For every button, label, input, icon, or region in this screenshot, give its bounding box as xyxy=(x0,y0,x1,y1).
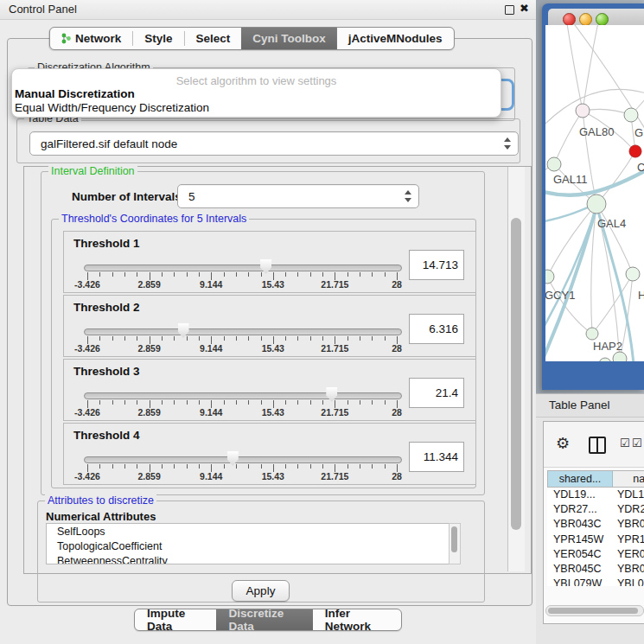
table-data-group: Table Data galFiltered.sif default node xyxy=(16,118,520,163)
algorithm-option[interactable]: Equal Width/Frequency Discretization xyxy=(15,101,209,114)
horizontal-scrollbar[interactable] xyxy=(545,605,644,616)
network-edge[interactable] xyxy=(596,204,633,274)
tab-jactivemnodules[interactable]: jActiveMNodules xyxy=(337,28,454,49)
slider-track[interactable] xyxy=(84,265,402,271)
node-label: H xyxy=(638,289,644,302)
network-graph xyxy=(545,25,644,361)
mac-minimize-button[interactable] xyxy=(579,13,592,26)
algorithm-popup-hint: Select algorithm to view settings xyxy=(12,74,501,87)
network-view-window: GAL80GGAL11CGAL4GCY1HHAP2 xyxy=(542,3,644,390)
network-edge[interactable] xyxy=(566,25,583,111)
network-node[interactable] xyxy=(626,267,640,281)
column-header[interactable]: shared... xyxy=(548,471,613,487)
column-header[interactable]: name xyxy=(613,471,644,487)
apply-button[interactable]: Apply xyxy=(232,580,290,602)
attribute-item[interactable]: SelfLoops xyxy=(47,524,460,539)
close-icon[interactable]: ✖ xyxy=(520,2,529,15)
table-row[interactable]: YDL19...YDL19... xyxy=(547,488,644,502)
attributes-list-scrollbar[interactable] xyxy=(449,523,461,564)
float-window-icon[interactable] xyxy=(504,3,515,15)
table-row[interactable]: YBL079WYBL079W xyxy=(547,577,644,586)
vertical-scrollbar-thumb[interactable] xyxy=(511,218,521,530)
table-cell: YPR145W xyxy=(611,532,644,547)
threshold-value-field[interactable]: 11.344 xyxy=(409,442,464,472)
table-data-combobox[interactable]: galFiltered.sif default node xyxy=(29,131,519,156)
tab-select[interactable]: Select xyxy=(184,28,241,49)
table-row[interactable]: YDR27...YDR27... xyxy=(547,502,644,517)
tab-label: jActiveMNodules xyxy=(348,32,443,45)
tab-network[interactable]: Network xyxy=(50,28,132,49)
threshold-panel: Threshold 4-3.4262.8599.14415.4321.71528… xyxy=(63,423,476,485)
threshold-value-field[interactable]: 21.4 xyxy=(409,378,464,408)
control-panel-title: Control Panel xyxy=(9,3,77,16)
network-node[interactable] xyxy=(587,194,606,214)
attribute-item[interactable]: TopologicalCoefficient xyxy=(47,539,460,553)
table-row[interactable]: YBR045CYBR045C xyxy=(547,562,644,577)
bottom-tab-discretize-data[interactable]: Discretize Data xyxy=(216,609,312,630)
threshold-value-field[interactable]: 6.316 xyxy=(409,314,464,344)
slider-tick-labels: -3.4262.8599.14415.4321.71528 xyxy=(87,407,397,418)
network-edge[interactable] xyxy=(547,277,592,334)
mac-close-button[interactable] xyxy=(563,13,576,26)
network-node[interactable] xyxy=(629,145,641,157)
slider-tick-labels: -3.4262.8599.14415.4321.71528 xyxy=(87,279,397,290)
node-label: G xyxy=(634,126,643,139)
tab-label: Cyni Toolbox xyxy=(252,32,326,45)
slider-track[interactable] xyxy=(84,392,402,399)
cyni-bottom-tabbar: Impute DataDiscretize DataInfer Network xyxy=(134,609,402,631)
network-node[interactable] xyxy=(624,108,638,122)
bottom-tab-infer-network[interactable]: Infer Network xyxy=(313,609,401,630)
table-toolbar: ⚙ ☑ ☑ xyxy=(544,422,644,468)
cyni-toolbox-content: Discretization Algorithm Select algorith… xyxy=(7,38,532,606)
node-label: C xyxy=(637,161,644,174)
network-canvas[interactable]: GAL80GGAL11CGAL4GCY1HHAP2 xyxy=(545,25,644,361)
attribute-item[interactable]: BetweennessCentrality xyxy=(47,553,460,564)
threshold-value-field[interactable]: 14.713 xyxy=(409,250,464,280)
attributes-group-title: Attributes to discretize xyxy=(45,494,156,507)
numerical-attributes-list[interactable]: SelfLoopsTopologicalCoefficientBetweenne… xyxy=(46,523,461,564)
vertical-scrollbar[interactable] xyxy=(507,167,525,571)
checkbox-icon[interactable]: ☑ xyxy=(632,437,642,450)
mac-zoom-button[interactable] xyxy=(596,13,609,26)
slider-track[interactable] xyxy=(84,456,402,463)
screen: GAL80GGAL11CGAL4GCY1HHAP2 Table Panel ⚙ … xyxy=(0,0,644,644)
slider-tick-labels: -3.4262.8599.14415.4321.71528 xyxy=(87,471,397,481)
table-cell: YBR043C xyxy=(547,517,611,532)
number-of-intervals-combobox[interactable]: 5 xyxy=(177,184,419,208)
tab-cyni-toolbox[interactable]: Cyni Toolbox xyxy=(241,28,337,49)
node-label: GAL4 xyxy=(597,217,626,230)
gear-icon[interactable]: ⚙ xyxy=(556,434,570,453)
threshold-panel: Threshold 1-3.4262.8599.14415.4321.71528… xyxy=(63,231,476,293)
bottom-tab-impute-data[interactable]: Impute Data xyxy=(135,609,216,630)
threshold-label: Threshold 3 xyxy=(73,365,140,378)
slider-track[interactable] xyxy=(84,328,402,335)
network-node[interactable] xyxy=(586,328,598,340)
table-cell: YDL19... xyxy=(547,488,611,502)
threshold-label: Threshold 4 xyxy=(73,429,140,442)
table-body: YDL19...YDL19...YDR27...YDR27...YBR043CY… xyxy=(547,488,644,586)
numerical-attributes-label: Numerical Attributes xyxy=(46,510,156,523)
network-node[interactable] xyxy=(599,358,611,361)
control-panel-window: Control Panel ✖ NetworkStyleSelectCyni T… xyxy=(0,0,536,644)
tab-style[interactable]: Style xyxy=(133,28,183,49)
table-row[interactable]: YER054CYER054C xyxy=(547,547,644,562)
network-edge-highlighted[interactable] xyxy=(545,205,594,222)
table-cell: YER054C xyxy=(611,547,644,562)
table-row[interactable]: YBR043CYBR043C xyxy=(547,517,644,532)
network-node[interactable] xyxy=(576,104,590,118)
network-edge-highlighted[interactable] xyxy=(597,208,634,361)
network-node[interactable] xyxy=(613,352,627,361)
network-edge[interactable] xyxy=(583,25,599,111)
columns-icon[interactable] xyxy=(589,437,606,454)
table-row[interactable]: YPR145WYPR145W xyxy=(547,532,644,547)
algorithm-option[interactable]: Manual Discretization xyxy=(15,87,135,100)
horizontal-scrollbar-thumb[interactable] xyxy=(548,608,638,614)
interval-definition-group-title: Interval Definition xyxy=(48,165,137,177)
table-panel: ⚙ ☑ ☑ shared...name YDL19...YDL19...YDR2… xyxy=(543,421,644,624)
checkbox-icon[interactable]: ☑ xyxy=(620,437,630,450)
network-node[interactable] xyxy=(545,270,554,284)
network-node[interactable] xyxy=(547,157,561,171)
attributes-scrollbar-thumb[interactable] xyxy=(451,526,457,552)
tab-label: Network xyxy=(75,32,121,45)
table-cell: YDR27... xyxy=(547,502,611,517)
